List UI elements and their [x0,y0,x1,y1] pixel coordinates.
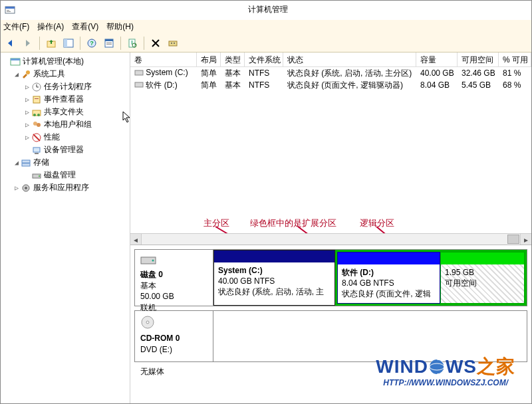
svg-rect-12 [106,44,112,45]
annotation-extended: 绿色框中的是扩展分区 [250,217,336,229]
svg-rect-31 [35,153,39,154]
globe-icon [428,358,446,375]
col-free[interactable]: 可用空间 [458,52,499,66]
storage-icon [21,157,31,168]
svg-rect-39 [135,82,143,87]
back-button[interactable] [3,36,18,50]
perf-icon [31,132,42,143]
disk-0[interactable]: 磁盘 0 基本 50.00 GB 联机 System (C:) 40.00 GB… [134,249,527,306]
tree-event-viewer[interactable]: ▷事件查看器 [23,93,128,106]
table-row[interactable]: 软件 (D:) 简单 基本 NTFS 状态良好 (页面文件, 逻辑驱动器) 8.… [130,79,531,91]
svg-rect-1 [5,7,15,9]
col-fs[interactable]: 文件系统 [245,52,283,66]
svg-point-44 [152,260,154,262]
refresh-button[interactable] [125,36,140,50]
window: 计算机管理 文件(F) 操作(A) 查看(V) 帮助(H) ? [0,0,532,404]
col-layout[interactable]: 布局 [197,52,221,66]
share-icon [31,107,42,118]
up-button[interactable] [44,36,59,50]
tree-root-label: 计算机管理(本地) [23,56,84,67]
svg-point-17 [174,43,175,44]
svg-point-28 [37,123,41,127]
device-icon [31,145,42,155]
svg-rect-19 [11,58,20,60]
collapse-icon[interactable]: ◢ [13,70,21,78]
window-title: 计算机管理 [19,4,517,15]
hdd-icon [140,254,156,266]
tree-services-apps[interactable]: ▷服务和应用程序 [13,181,128,194]
expand-icon[interactable]: ▷ [13,184,21,191]
horizontal-scrollbar[interactable]: ◂ ▸ [130,233,531,245]
expand-icon[interactable]: ▷ [23,134,31,141]
svg-rect-38 [135,70,143,75]
services-icon [21,183,31,193]
svg-point-46 [146,321,149,324]
svg-point-20 [26,70,30,74]
col-type[interactable]: 类型 [221,52,245,66]
col-pctfree[interactable]: % 可用 [499,52,531,66]
svg-point-35 [39,175,40,177]
cd-icon [140,315,155,330]
expand-icon[interactable]: ▷ [23,96,31,103]
tools-icon [21,69,31,80]
volume-icon [134,68,144,78]
menu-file[interactable]: 文件(F) [3,21,29,33]
app-icon [5,5,15,15]
forward-button[interactable] [21,36,35,50]
volume-icon [134,80,144,90]
col-capacity[interactable]: 容量 [416,52,458,66]
table-row[interactable]: System (C:) 简单 基本 NTFS 状态良好 (系统, 启动, 活动,… [130,67,531,79]
tree-storage[interactable]: ◢ 存储 [13,156,128,169]
volume-columns: 卷 布局 类型 文件系统 状态 容量 可用空间 % 可用 [130,52,531,67]
expand-icon[interactable]: ▷ [23,108,31,116]
volume-list: 卷 布局 类型 文件系统 状态 容量 可用空间 % 可用 System (C:)… [130,52,531,245]
event-icon [31,94,42,105]
svg-rect-15 [169,41,177,46]
tree-local-users[interactable]: ▷本地用户和组 [23,118,128,131]
menu-help[interactable]: 帮助(H) [106,21,134,33]
svg-rect-32 [22,160,30,163]
tree-shared-folders[interactable]: ▷共享文件夹 [23,106,128,118]
expand-icon[interactable]: ▷ [23,83,31,90]
svg-rect-23 [35,98,39,99]
free-space[interactable]: 1.95 GB 可用空间 [440,252,525,304]
tree-disk-management[interactable]: 磁盘管理 [23,169,128,181]
annotation-logical: 逻辑分区 [360,217,394,229]
menu-view[interactable]: 查看(V) [72,21,98,33]
annotations: 主分区 绿色框中的是扩展分区 逻辑分区 [130,216,531,233]
scroll-thumb[interactable] [507,235,519,244]
tree-device-manager[interactable]: 设备管理器 [23,144,128,156]
help-button[interactable]: ? [84,36,99,50]
delete-button[interactable] [148,36,163,50]
nav-tree[interactable]: 计算机管理(本地) ◢ 系统工具 ▷任务计划程序 ▷事件查看器 [1,52,130,403]
tree-root[interactable]: 计算机管理(本地) [2,55,128,68]
scroll-left-button[interactable]: ◂ [130,234,142,245]
detail-pane: 卷 布局 类型 文件系统 状态 容量 可用空间 % 可用 System (C:)… [130,52,531,403]
tree-task-scheduler[interactable]: ▷任务计划程序 [23,80,128,93]
svg-text:?: ? [90,40,94,47]
svg-rect-3 [7,11,11,12]
expand-icon[interactable]: ▷ [23,121,31,128]
collapse-icon[interactable]: ◢ [13,159,21,166]
clock-icon [31,82,42,92]
col-volume[interactable]: 卷 [130,52,197,66]
svg-point-16 [171,43,172,44]
partition-c[interactable]: System (C:) 40.00 GB NTFS 状态良好 (系统, 启动, … [213,250,335,306]
settings-button[interactable] [166,36,180,50]
partition-d[interactable]: 软件 (D:) 8.04 GB NTFS 状态良好 (页面文件, 逻辑 [337,252,440,304]
watermark: WINDWS之家 HTTP://WWW.WINDOWSZJ.COM/ [376,354,515,387]
scroll-right-button[interactable]: ▸ [520,234,531,245]
extended-partition[interactable]: 软件 (D:) 8.04 GB NTFS 状态良好 (页面文件, 逻辑 1.95… [335,250,527,306]
properties-button[interactable] [102,36,116,50]
col-status[interactable]: 状态 [283,52,416,66]
svg-rect-6 [64,39,67,47]
volume-rows[interactable]: System (C:) 简单 基本 NTFS 状态良好 (系统, 启动, 活动,… [130,67,531,216]
cdrom-info: CD-ROM 0 DVD (E:) 无媒体 [135,311,213,361]
disk-0-info: 磁盘 0 基本 50.00 GB 联机 [135,250,213,306]
show-hide-tree-button[interactable] [61,36,76,50]
svg-point-37 [25,187,27,189]
menu-action[interactable]: 操作(A) [37,21,64,33]
computer-mgmt-icon [10,56,21,67]
tree-performance[interactable]: ▷性能 [23,131,128,144]
tree-system-tools[interactable]: ◢ 系统工具 [13,68,128,80]
